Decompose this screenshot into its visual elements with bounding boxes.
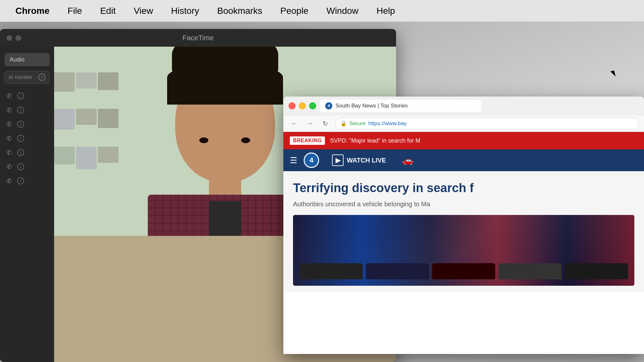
person-hair-side bbox=[167, 66, 283, 105]
info-icon-5[interactable]: i bbox=[17, 149, 24, 156]
lock-icon: 🔒 bbox=[340, 120, 347, 126]
news-image bbox=[293, 215, 634, 286]
photo-6 bbox=[98, 109, 118, 128]
add-contact-button[interactable]: + bbox=[38, 74, 45, 81]
phone-icon-5: ✆ bbox=[6, 149, 12, 156]
phone-icon-3: ✆ bbox=[6, 120, 12, 128]
car-3 bbox=[432, 263, 495, 279]
car-1 bbox=[299, 263, 363, 279]
contact-row-4: ✆ i bbox=[0, 131, 54, 145]
photo-2 bbox=[76, 72, 97, 88]
phone-icon-7: ✆ bbox=[6, 177, 12, 185]
news-content: Terrifying discovery in search f Authori… bbox=[283, 171, 644, 292]
breaking-label: BREAKING bbox=[290, 136, 325, 145]
info-icon-6[interactable]: i bbox=[17, 163, 24, 170]
phone-icon-1: ✆ bbox=[6, 92, 12, 100]
facetime-titlebar: FaceTime bbox=[0, 29, 396, 47]
browser-titlebar: 4 South Bay News | Top Stories bbox=[283, 97, 644, 115]
browser-window-controls bbox=[289, 102, 316, 109]
photo-5 bbox=[76, 109, 97, 125]
phone-icon-2: ✆ bbox=[6, 106, 12, 114]
car-2 bbox=[366, 263, 429, 279]
car-4 bbox=[498, 263, 562, 279]
browser-close-button[interactable] bbox=[289, 102, 296, 109]
channel-logo: 4 bbox=[304, 153, 319, 168]
breaking-text: SVPD: "Major lead" in search for M bbox=[330, 137, 420, 144]
secure-label: Secure bbox=[349, 121, 366, 126]
forward-button[interactable]: → bbox=[304, 118, 316, 129]
browser-tab[interactable]: 4 South Bay News | Top Stories bbox=[320, 100, 481, 112]
info-icon-3[interactable]: i bbox=[17, 121, 24, 128]
breaking-banner: BREAKING SVPD: "Major lead" in search fo… bbox=[283, 132, 644, 149]
info-icon-4[interactable]: i bbox=[17, 135, 24, 142]
contact-row-3: ✆ i bbox=[0, 117, 54, 131]
menu-people[interactable]: People bbox=[271, 6, 317, 16]
play-triangle: ▶ bbox=[336, 156, 340, 164]
phone-icon-6: ✆ bbox=[6, 163, 12, 171]
audio-button[interactable]: Audio bbox=[5, 53, 50, 66]
play-icon: ▶ bbox=[332, 154, 344, 166]
reload-button[interactable]: ↻ bbox=[319, 118, 331, 129]
info-icon-2[interactable]: i bbox=[17, 107, 24, 114]
watch-live-label: WATCH LIVE bbox=[347, 157, 386, 164]
news-subtext: Authorities uncovered a vehicle belongin… bbox=[293, 200, 634, 209]
facetime-sidebar: Audio or number + ✆ i ✆ i ✆ i ✆ i ✆ i ✆ bbox=[0, 47, 54, 362]
news-headline: Terrifying discovery in search f bbox=[293, 181, 634, 196]
person-left-eye bbox=[199, 137, 208, 143]
hamburger-icon[interactable]: ☰ bbox=[290, 155, 297, 165]
contact-row-7: ✆ i bbox=[0, 174, 54, 188]
menu-bookmarks[interactable]: Bookmarks bbox=[208, 6, 271, 16]
person-right-eye bbox=[241, 137, 250, 143]
menu-bar: Chrome File Edit View History Bookmarks … bbox=[0, 0, 644, 22]
car-5 bbox=[565, 263, 628, 279]
browser-toolbar: ← → ↻ 🔒 Secure https://www.bay bbox=[283, 115, 644, 132]
photo-9 bbox=[98, 147, 118, 163]
phone-icon-4: ✆ bbox=[6, 135, 12, 142]
photo-7 bbox=[54, 147, 75, 164]
address-bar[interactable]: 🔒 Secure https://www.bay bbox=[335, 118, 639, 129]
contact-row-2: ✆ i bbox=[0, 103, 54, 117]
menu-help[interactable]: Help bbox=[367, 6, 404, 16]
site-navbar: ☰ 4 ▶ WATCH LIVE 🚗 bbox=[283, 149, 644, 171]
menu-history[interactable]: History bbox=[162, 6, 208, 16]
facetime-title: FaceTime bbox=[183, 34, 214, 42]
photo-8 bbox=[76, 147, 97, 169]
close-button[interactable] bbox=[6, 35, 12, 41]
car-silhouettes bbox=[293, 263, 634, 279]
minimize-button[interactable] bbox=[15, 35, 21, 41]
search-placeholder: or number bbox=[9, 74, 32, 80]
browser-minimize-button[interactable] bbox=[299, 102, 306, 109]
photo-wall bbox=[54, 72, 118, 185]
tab-title: South Bay News | Top Stories bbox=[336, 103, 408, 109]
traffic-icon[interactable]: 🚗 bbox=[402, 155, 413, 166]
menu-file[interactable]: File bbox=[59, 6, 91, 16]
menu-view[interactable]: View bbox=[125, 6, 162, 16]
contact-row-1: ✆ i bbox=[0, 89, 54, 103]
contact-row-6: ✆ i bbox=[0, 160, 54, 174]
tab-favicon: 4 bbox=[325, 102, 332, 109]
watch-live-button[interactable]: ▶ WATCH LIVE bbox=[332, 154, 386, 166]
menu-window[interactable]: Window bbox=[317, 6, 368, 16]
contact-row-5: ✆ i bbox=[0, 145, 54, 160]
photo-1 bbox=[54, 72, 75, 92]
photo-4 bbox=[54, 109, 75, 130]
back-button[interactable]: ← bbox=[289, 118, 300, 129]
info-icon-7[interactable]: i bbox=[17, 177, 24, 184]
window-controls bbox=[6, 35, 21, 41]
browser-maximize-button[interactable] bbox=[309, 102, 316, 109]
menu-edit[interactable]: Edit bbox=[91, 6, 125, 16]
browser-window: 4 South Bay News | Top Stories ← → ↻ 🔒 S… bbox=[283, 97, 644, 354]
menu-chrome[interactable]: Chrome bbox=[6, 6, 59, 16]
search-bar[interactable]: or number + bbox=[5, 71, 50, 84]
photo-3 bbox=[98, 72, 118, 90]
url-text: https://www.bay bbox=[368, 120, 407, 127]
info-icon-1[interactable]: i bbox=[17, 92, 24, 99]
